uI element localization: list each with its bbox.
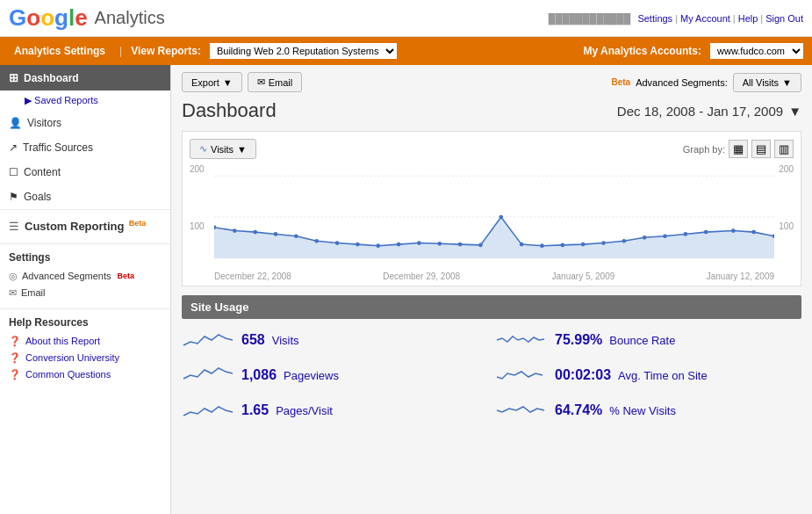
toolbar: Analytics Settings | View Reports: Build… [0,37,812,65]
date-range-text: Dec 18, 2008 - Jan 17, 2009 [617,104,783,119]
pageviews-link[interactable]: Pageviews [284,369,339,382]
advanced-segments-value: All Visits [743,77,779,88]
sidebar-item-saved-reports[interactable]: ▶ Saved Reports [0,90,170,111]
sidebar-item-common-questions[interactable]: ❓ Common Questions [9,366,162,383]
metric-new-visits: 64.74% % New Visits [495,396,801,424]
svg-point-8 [294,234,298,238]
advanced-segments-beta: Beta [118,271,135,280]
svg-point-26 [663,234,667,238]
circle-icon: ◎ [9,271,18,282]
help-link[interactable]: Help [738,13,758,24]
visits-link[interactable]: Visits [272,334,299,347]
y-label-200-right: 200 [779,164,794,174]
visits-value: 658 [241,332,265,348]
metric-pageviews: 1,086 Pageviews [182,361,488,389]
custom-reporting-item[interactable]: ☰ Custom Reporting Beta [9,219,162,235]
visits-label: Visits [211,144,234,155]
view-reports-select[interactable]: Building Web 2.0 Reputation Systems [210,43,397,59]
goals-label: Goals [24,191,51,203]
avg-time-link[interactable]: Avg. Time on Site [618,369,708,382]
sidebar-item-content[interactable]: ☐ Content [0,160,170,185]
y-label-100-right: 100 [779,221,794,231]
my-analytics-select[interactable]: www.fudco.com [710,43,803,59]
svg-point-5 [233,228,237,233]
dashboard-header: Dashboard Dec 18, 2008 - Jan 17, 2009 ▼ [182,99,801,122]
avg-time-value: 00:02:03 [555,367,611,383]
export-button[interactable]: Export ▼ [182,72,242,92]
y-label-100-left: 100 [190,221,205,231]
saved-reports-label: Saved Reports [34,95,98,105]
site-usage-header: Site Usage [182,295,801,319]
advanced-segments-label: Advanced Segments: [636,77,728,88]
sidebar-item-email[interactable]: ✉ Email [9,285,162,301]
header: Google Analytics ████████████ Settings |… [0,0,812,37]
metrics-grid: 658 Visits 75.99% Bounce Rate 1,086 Page… [182,326,801,424]
svg-point-11 [356,243,360,247]
advanced-segments-label: Advanced Segments [22,271,111,281]
svg-point-28 [704,230,708,235]
svg-point-30 [751,230,756,235]
sidebar-item-goals[interactable]: ⚑ Goals [0,185,170,209]
sign-out-link[interactable]: Sign Out [765,13,803,24]
graph-day-button[interactable]: ▦ [729,140,748,158]
visits-metric-button[interactable]: ∿ Visits ▼ [190,139,256,159]
settings-link[interactable]: Settings [637,13,672,24]
question-icon-2: ❓ [9,352,21,364]
svg-point-27 [684,232,688,236]
y-label-200-left: 200 [190,164,205,174]
new-visits-link[interactable]: % New Visits [609,404,676,417]
new-visits-sparkline [495,400,548,421]
metric-avg-time: 00:02:03 Avg. Time on Site [495,361,801,389]
sidebar-item-visitors[interactable]: 👤 Visitors [0,111,170,135]
bounce-rate-link[interactable]: Bounce Rate [609,334,675,347]
sidebar-dashboard-label: Dashboard [24,72,79,84]
sidebar-item-advanced-segments[interactable]: ◎ Advanced Segments Beta [9,268,162,285]
sidebar-item-conversion-university[interactable]: ❓ Conversion University [9,350,162,366]
header-profile-info: ████████████ [549,13,631,24]
export-dropdown-icon: ▼ [223,77,233,88]
svg-point-21 [560,243,564,248]
content-icon: ☐ [9,166,18,178]
visits-sparkline [182,329,234,351]
ppv-sparkline [182,400,234,421]
site-usage-title: Site Usage [190,300,248,314]
svg-point-6 [253,230,257,235]
toolbar-divider: | [119,45,122,57]
graph-week-button[interactable]: ▤ [751,140,771,158]
dashboard-icon: ⊞ [9,71,18,84]
email-button[interactable]: ✉ Email [248,72,303,92]
traffic-icon: ↗ [9,141,18,154]
new-visits-value: 64.74% [555,402,602,418]
svg-point-17 [478,243,483,248]
custom-reporting-icon: ☰ [9,220,19,233]
x-label-jan12: January 12, 2009 [707,271,774,281]
my-account-link[interactable]: My Account [680,13,730,24]
metric-bounce-rate: 75.99% Bounce Rate [495,326,801,354]
svg-point-23 [601,241,606,245]
metric-visits: 658 Visits [182,326,488,354]
chart-line-icon: ∿ [199,143,207,155]
sidebar: ⊞ Dashboard ▶ Saved Reports 👤 Visitors ↗… [0,65,171,514]
visits-chart-svg [214,164,774,270]
graph-month-button[interactable]: ▥ [774,140,794,158]
analytics-settings-button[interactable]: Analytics Settings [9,41,111,61]
x-label-dec22: December 22, 2008 [214,271,291,281]
bounce-sparkline [495,329,548,351]
sidebar-item-about-report[interactable]: ❓ About this Report [9,333,162,350]
advanced-segments-button[interactable]: All Visits ▼ [733,73,801,92]
beta-label: Beta [611,77,630,87]
dashboard-title: Dashboard [182,99,277,122]
pages-per-visit-link[interactable]: Pages/Visit [276,404,333,417]
svg-point-19 [520,243,524,247]
bounce-rate-value: 75.99% [555,332,602,348]
svg-point-10 [335,241,340,245]
sidebar-item-traffic-sources[interactable]: ↗ Traffic Sources [0,135,170,160]
settings-title: Settings [9,251,162,264]
content-toolbar: Export ▼ ✉ Email Beta Advanced Segments:… [182,72,801,92]
email-label: Email [269,77,293,88]
sidebar-item-dashboard[interactable]: ⊞ Dashboard [0,65,170,90]
svg-point-13 [397,243,401,247]
custom-reporting-section: ☰ Custom Reporting Beta [0,210,170,244]
custom-reporting-beta-badge: Beta [129,219,147,228]
advanced-segments-control: Beta Advanced Segments: All Visits ▼ [611,73,801,92]
